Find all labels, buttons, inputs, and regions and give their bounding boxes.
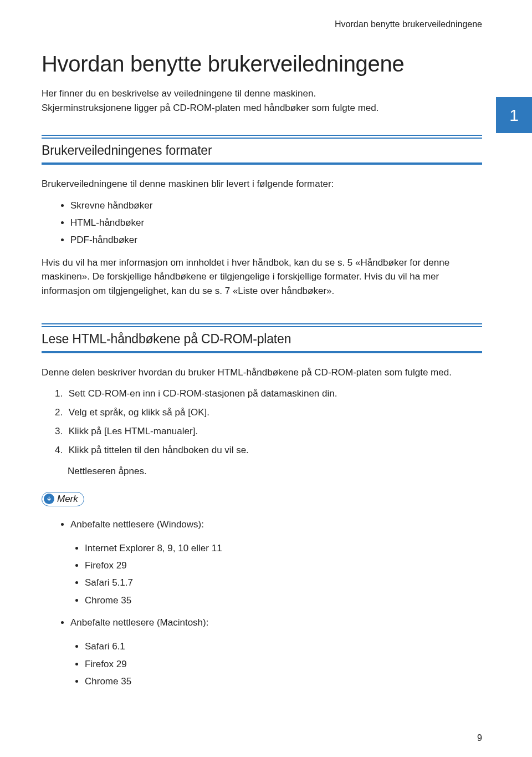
page-number: 9	[477, 733, 482, 743]
note-label: Merk	[57, 494, 78, 505]
note-group-list: Anbefalte nettlesere (Macintosh):	[42, 614, 482, 631]
chapter-number-badge: 1	[496, 97, 532, 133]
note-group-heading: Anbefalte nettlesere (Windows):	[70, 516, 482, 533]
section1-lead: Brukerveiledningene til denne maskinen b…	[42, 177, 482, 191]
step-text: Velg et språk, og klikk så på [OK].	[69, 407, 209, 418]
heading-rule-bottom	[42, 162, 482, 165]
list-item: PDF-håndbøker	[70, 231, 482, 248]
section1-tail: Hvis du vil ha mer informasjon om innhol…	[42, 256, 482, 298]
section2-lead: Denne delen beskriver hvordan du bruker …	[42, 365, 482, 380]
steps-list: 1. Sett CD-ROM-en inn i CD-ROM-stasjonen…	[42, 384, 482, 481]
section2-heading: Lese HTML-håndbøkene på CD-ROM-platen	[42, 332, 482, 347]
arrow-down-icon	[44, 494, 54, 504]
section-heading-block: Lese HTML-håndbøkene på CD-ROM-platen	[42, 323, 482, 353]
step-item: 1. Sett CD-ROM-en inn i CD-ROM-stasjonen…	[55, 384, 482, 403]
step-text: Sett CD-ROM-en inn i CD-ROM-stasjonen på…	[69, 388, 337, 399]
list-item: Safari 5.1.7	[85, 574, 482, 591]
heading-rule-bottom	[42, 351, 482, 353]
section-heading-block: Brukerveiledningenes formater	[42, 135, 482, 165]
section1-list: Skrevne håndbøker HTML-håndbøker PDF-hån…	[42, 197, 482, 249]
step-item: 3. Klikk på [Les HTML-manualer].	[55, 422, 482, 441]
list-item: Safari 6.1	[85, 638, 482, 655]
page-container: Hvordan benytte brukerveiledningene Hvor…	[0, 0, 532, 757]
step-item: 2. Velg et språk, og klikk så på [OK].	[55, 403, 482, 422]
note-group-items: Internet Explorer 8, 9, 10 eller 11 Fire…	[42, 540, 482, 609]
heading-rule-top	[42, 323, 482, 327]
heading-rule-top	[42, 135, 482, 139]
note-group-list: Anbefalte nettlesere (Windows):	[42, 516, 482, 533]
section1-heading: Brukerveiledningenes formater	[42, 143, 482, 158]
list-item: Chrome 35	[85, 592, 482, 609]
step-item: 4. Klikk på tittelen til den håndboken d…	[55, 441, 482, 460]
page-title: Hvordan benytte brukerveiledningene	[42, 52, 482, 77]
step-text: Klikk på tittelen til den håndboken du v…	[69, 445, 249, 455]
list-item: Internet Explorer 8, 9, 10 eller 11	[85, 540, 482, 557]
list-item: HTML-håndbøker	[70, 214, 482, 231]
intro-paragraph: Her finner du en beskrivelse av veiledni…	[42, 87, 396, 115]
list-item: Skrevne håndbøker	[70, 197, 482, 214]
running-head: Hvordan benytte brukerveiledningene	[42, 19, 482, 29]
note-group-items: Safari 6.1 Firefox 29 Chrome 35	[42, 638, 482, 690]
step-result: Nettleseren åpnes.	[55, 462, 482, 481]
step-text: Klikk på [Les HTML-manualer].	[69, 426, 198, 436]
note-chip: Merk	[42, 492, 84, 506]
list-item: Chrome 35	[85, 673, 482, 690]
list-item: Firefox 29	[85, 557, 482, 574]
note-group-heading: Anbefalte nettlesere (Macintosh):	[70, 614, 482, 631]
list-item: Firefox 29	[85, 656, 482, 673]
